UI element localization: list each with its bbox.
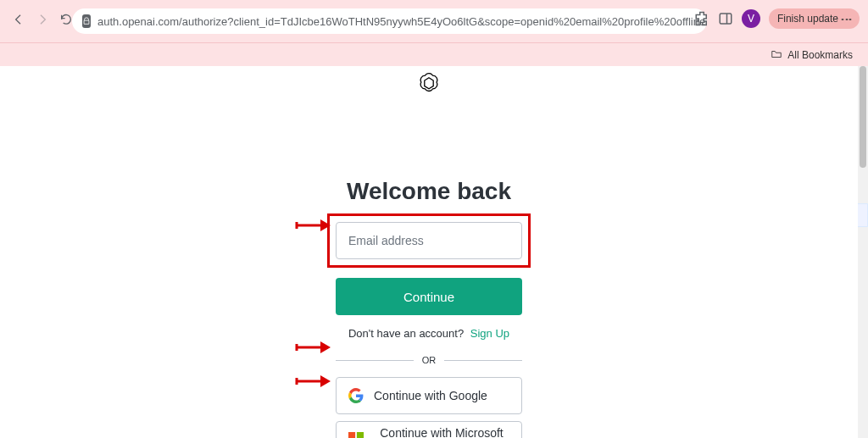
annotation-arrow-email	[297, 217, 331, 237]
reload-icon[interactable]	[59, 13, 73, 30]
continue-with-google-button[interactable]: Continue with Google	[336, 377, 522, 414]
annotation-arrow-microsoft	[297, 373, 331, 393]
finish-update-button[interactable]: Finish update ⋮	[769, 8, 860, 29]
page-content: Welcome back Continue Don't have an acco…	[0, 66, 858, 438]
all-bookmarks-link[interactable]: All Bookmarks	[787, 49, 853, 61]
url-text: auth.openai.com/authorize?client_id=TdJI…	[97, 15, 707, 28]
url-bar[interactable]: auth.openai.com/authorize?client_id=TdJI…	[72, 8, 707, 34]
svg-rect-2	[348, 432, 355, 438]
site-security-icon	[82, 14, 91, 28]
scroll-thumb[interactable]	[860, 66, 866, 168]
browser-chrome: auth.openai.com/authorize?client_id=TdJI…	[0, 0, 868, 42]
svg-rect-3	[357, 432, 364, 438]
divider-or: OR	[336, 355, 522, 365]
continue-button[interactable]: Continue	[336, 278, 522, 315]
email-input[interactable]	[336, 222, 522, 259]
google-icon	[348, 388, 364, 403]
forward-icon[interactable]	[36, 13, 49, 30]
folder-icon	[771, 48, 782, 63]
profile-avatar[interactable]: V	[742, 9, 760, 28]
menu-dots-icon: ⋮	[841, 14, 853, 24]
continue-with-microsoft-button[interactable]: Continue with Microsoft Account	[336, 421, 522, 438]
vertical-scrollbar[interactable]	[858, 66, 868, 438]
extensions-icon[interactable]	[694, 11, 709, 26]
back-icon[interactable]	[12, 13, 25, 30]
annotation-arrow-google	[297, 339, 331, 359]
side-panel-icon[interactable]	[718, 11, 733, 26]
openai-logo-icon	[0, 71, 858, 93]
bookmarks-bar: All Bookmarks	[0, 42, 868, 67]
svg-rect-0	[720, 14, 732, 24]
page-title: Welcome back	[0, 178, 858, 205]
no-account-text: Don't have an account? Sign Up	[336, 327, 522, 340]
sign-up-link[interactable]: Sign Up	[470, 327, 509, 340]
microsoft-icon	[348, 432, 364, 438]
